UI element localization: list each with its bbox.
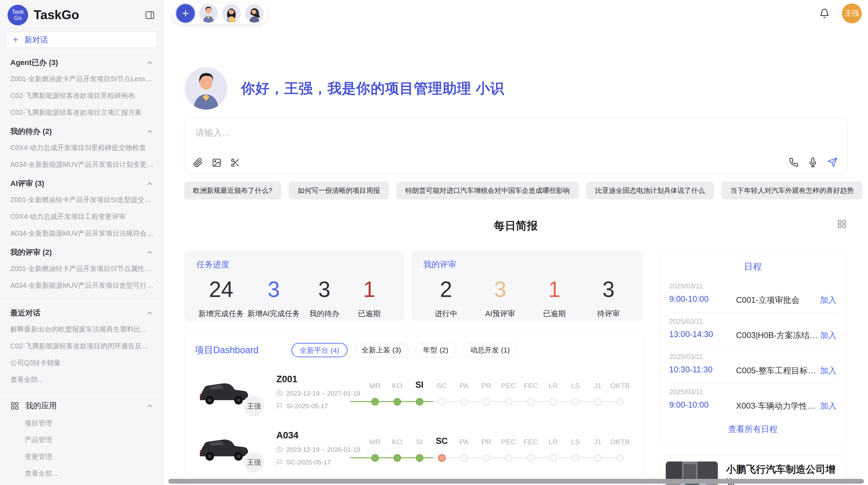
microphone-icon[interactable] — [808, 158, 818, 167]
project-info: A034 2023-12-19 ~ 2026-01-19 SC-2025-05-… — [276, 430, 364, 466]
sidebar-header: Task Go TaskGo — [0, 0, 163, 29]
sidebar-item[interactable]: A034-全新新能源MUV产品开发项目法规符合性评审 — [0, 225, 163, 242]
chevron-up-icon[interactable] — [146, 59, 154, 66]
recent-chat-item[interactable]: C02-飞腾新能源轻客改款项目的闭环通告反馈情况 — [0, 338, 163, 355]
notification-bell-icon[interactable] — [819, 8, 830, 18]
schedule-time: 9:00-10:00 — [669, 400, 736, 410]
schedule-time: 10:30-11:30 — [669, 365, 736, 374]
suggestion-chip[interactable]: 特朗普可能对进口汽车增税会对中国车企造成哪些影响 — [396, 182, 579, 199]
milestone-dot — [505, 454, 513, 462]
schedule-time: 9:00-10:00 — [669, 294, 736, 304]
recent-chat-item[interactable]: 解释最新出台的欧盟报废车法规再生塑料比例被调至15%... — [0, 321, 163, 338]
schedule-date: 2025/03/11 — [669, 282, 736, 290]
milestone-dot — [594, 454, 602, 462]
milestone-dot — [460, 454, 468, 462]
milestone-dot — [505, 398, 513, 406]
chat-composer — [184, 118, 847, 174]
sidebar-item[interactable]: C0X4-动力总成开发项目SI里程碑提交物检查 — [0, 139, 163, 156]
chevron-up-icon[interactable] — [146, 180, 154, 187]
tab-all-new-body[interactable]: 全新上装 (3) — [354, 343, 409, 357]
app-link-change-mgmt[interactable]: 变更管理 — [0, 448, 163, 465]
schedule-title: 日程 — [669, 258, 836, 277]
chat-input[interactable] — [195, 127, 644, 138]
divider — [0, 298, 163, 298]
view-all-schedule-link[interactable]: 查看所有日程 — [669, 424, 836, 435]
assistant-avatar-1[interactable] — [199, 4, 218, 23]
section-my-review: 我的评审 (2) — [0, 242, 163, 260]
milestone-dot-done — [394, 398, 401, 406]
app-link-product-mgmt[interactable]: 产品管理 — [0, 432, 163, 448]
send-icon[interactable] — [827, 157, 837, 167]
image-icon[interactable] — [212, 158, 221, 167]
new-chat-button[interactable]: 新对话 — [5, 32, 158, 48]
logo-text-top: Task — [12, 9, 24, 15]
chevron-up-icon[interactable] — [146, 128, 154, 135]
join-meeting-link[interactable]: 加入 — [820, 388, 836, 411]
layout-grid-icon[interactable] — [837, 219, 847, 229]
milestone-dot-done — [371, 454, 379, 462]
join-meeting-link[interactable]: 加入 — [820, 282, 836, 306]
clock-icon — [276, 390, 283, 397]
milestone-track: MR KO SI SC PA PR PEC FEC LR LS J1 OKTB — [364, 378, 631, 406]
sidebar: Task Go TaskGo 新对话 Agent已办 (3) Z001-全新燃油… — [0, 0, 164, 485]
user-avatar[interactable]: 王强 — [842, 3, 862, 23]
section-recent-chats: 最近对话 — [0, 302, 163, 321]
milestone-dot — [438, 398, 446, 406]
apps-view-all-link[interactable]: 查看全部... — [0, 465, 163, 482]
chevron-up-icon[interactable] — [146, 309, 154, 317]
stat-ai-prereview: 3 AI预评审 — [480, 278, 521, 319]
join-meeting-link[interactable]: 加入 — [820, 318, 836, 341]
sidebar-item-cloud-space[interactable]: 我的云空间 — [0, 482, 163, 485]
project-info: Z001 2023-12-19 ~ 2027-01-19 SI-2025-05-… — [276, 374, 364, 410]
daily-brief-header: 每日简报 — [184, 219, 847, 234]
app-link-project-mgmt[interactable]: 项目管理 — [0, 415, 163, 432]
assistant-avatar-3[interactable] — [245, 4, 264, 23]
sidebar-collapse-icon[interactable] — [145, 10, 155, 20]
attachment-icon[interactable] — [193, 158, 203, 167]
recent-chat-item[interactable]: 公司Q3轻卡销量 — [0, 355, 163, 371]
flag-icon — [276, 403, 283, 409]
schedule-row: 2025/03/11 9:00-10:00 X003-车辆动力学性能验... 加… — [669, 383, 836, 418]
suggestion-chip[interactable]: 欧洲新规最近颁布了什么? — [184, 182, 281, 199]
suggestion-chip[interactable]: 比亚迪全固态电池计划具体说了什么 — [586, 182, 714, 199]
milestone-dot-done — [371, 398, 379, 406]
tab-all-new-platform[interactable]: 全新平台 (4) — [291, 343, 348, 357]
tab-model-year[interactable]: 年型 (2) — [415, 343, 456, 357]
scissors-icon[interactable] — [230, 158, 240, 167]
recent-view-all-link[interactable]: 查看全部... — [0, 371, 163, 388]
sidebar-item[interactable]: C0X4-动力总成开发项目工程变更评审 — [0, 208, 163, 225]
sidebar-item[interactable]: A034-全新新能源MUV产品开发项目计划变更表编写 — [0, 156, 163, 173]
sidebar-item[interactable]: C02-飞腾新能源轻客改款项目立项汇报方案 — [0, 104, 163, 121]
milestone-dot — [616, 454, 624, 462]
daily-brief-title: 每日简报 — [494, 220, 538, 232]
suggestion-chip[interactable]: 如何写一份清晰的项目周报 — [289, 182, 389, 199]
new-chat-label: 新对话 — [24, 35, 48, 45]
sidebar-item-my-apps[interactable]: 我的应用 — [0, 397, 163, 415]
project-row-z001[interactable]: 王强 Z001 2023-12-19 ~ 2027-01-19 SI-2025-… — [195, 370, 633, 413]
sidebar-item[interactable]: A034-全新新能源MUV产品开发项目造型可行性评审 — [0, 277, 163, 294]
tab-powertrain-dev[interactable]: 动总开发 (1) — [462, 343, 518, 357]
milestone-dot — [550, 454, 557, 462]
join-meeting-link[interactable]: 加入 — [820, 353, 836, 376]
suggestion-chip[interactable]: 当下年轻人对汽车外观有怎样的喜好趋势 — [721, 182, 863, 199]
project-row-a034[interactable]: 王强 A034 2023-12-19 ~ 2026-01-19 SC-2025-… — [195, 426, 633, 470]
sidebar-item[interactable]: Z001-全新燃油轻卡产品开发项目SI节点属性5D文件评审 — [0, 260, 163, 277]
stat-in-progress: 2 进行中 — [425, 278, 467, 319]
sidebar-item[interactable]: C02-飞腾新能源轻客改款项目里程碑画布 — [0, 87, 163, 104]
horizontal-scrollbar[interactable] — [168, 479, 864, 484]
chevron-up-icon[interactable] — [146, 249, 154, 256]
project-flag-milestone: SI-2025-05-17 — [286, 402, 328, 410]
logo-text-bottom: Go — [14, 15, 22, 21]
chevron-up-icon[interactable] — [146, 402, 154, 410]
schedule-row: 2025/03/11 9:00-10:00 C001-立项审批会 加入 — [669, 277, 836, 313]
schedule-time: 13:00-14:30 — [669, 329, 736, 339]
project-owner-badge: 王强 — [243, 451, 265, 474]
sidebar-item[interactable]: Z001-全新燃油轻卡产品开发项目SI造型提交物评审 — [0, 191, 163, 208]
new-session-button[interactable] — [176, 4, 195, 23]
phone-icon[interactable] — [789, 158, 798, 167]
task-progress-card: 任务进度 24 新增完成任务 3 新增AI完成任务 3 — [184, 250, 404, 322]
sidebar-item[interactable]: Z001-全新燃油皮卡产品开发项目SI节点Lesson Learn报告 — [0, 71, 163, 87]
schedule-date: 2025/03/11 — [669, 388, 736, 396]
assistant-avatar-2[interactable] — [222, 4, 241, 23]
stat-new-completed: 24 新增完成任务 — [198, 278, 244, 319]
